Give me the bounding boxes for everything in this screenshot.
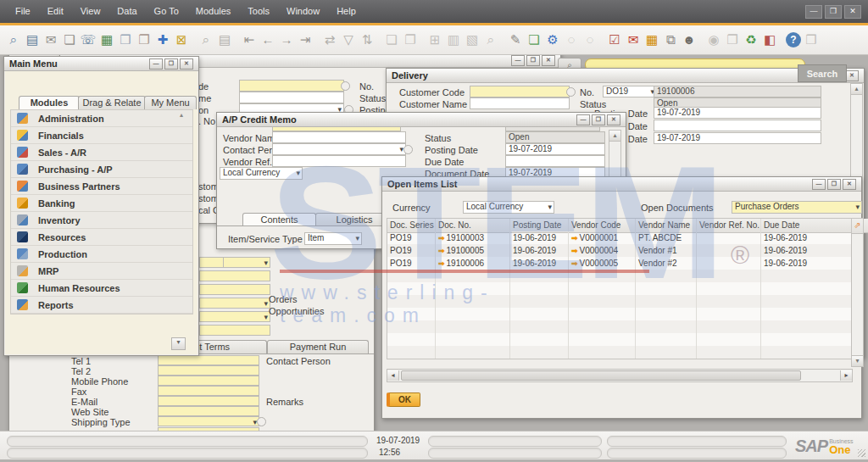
sidebar-item-human-resources[interactable]: Human Resources xyxy=(11,280,192,297)
define-new-icon[interactable] xyxy=(403,145,413,154)
scroll-left-icon[interactable]: ◂ xyxy=(387,370,399,381)
due-date-field[interactable] xyxy=(505,155,605,167)
email-icon[interactable]: ✉ xyxy=(42,31,59,48)
menu-go-to[interactable]: Go To xyxy=(146,0,187,23)
bp-field[interactable] xyxy=(199,284,270,295)
sidebar-item-sales-a-r[interactable]: Sales - A/R xyxy=(11,144,192,161)
bp-field[interactable] xyxy=(199,270,270,281)
open-documents-dropdown[interactable]: Purchase Orders xyxy=(732,201,862,214)
table-cell[interactable]: 19-06-2019 xyxy=(510,244,569,257)
close-icon[interactable]: ✕ xyxy=(180,58,193,70)
table-cell[interactable]: Vendor #1 xyxy=(636,244,697,257)
bp-dropdown[interactable] xyxy=(223,257,270,268)
sms-icon[interactable]: ❏ xyxy=(61,31,78,48)
close-icon[interactable]: ✕ xyxy=(843,179,856,190)
table-cell[interactable]: ➡V0000005 xyxy=(569,257,636,270)
customer-name-field[interactable] xyxy=(470,97,570,109)
scroll-up-icon[interactable]: ▴ xyxy=(180,111,183,119)
vendor-name-field[interactable] xyxy=(272,131,406,143)
table-cell[interactable]: ➡19100005 xyxy=(436,244,510,257)
menu-file[interactable]: File xyxy=(7,0,39,23)
app-close-icon[interactable]: ✕ xyxy=(844,5,861,19)
document-printing-icon[interactable]: ⌕ xyxy=(482,31,499,48)
bp-field-tel-1[interactable] xyxy=(158,355,259,365)
maximize-icon[interactable]: ❐ xyxy=(526,55,540,66)
link-arrow-icon[interactable]: ➡ xyxy=(438,234,445,242)
oil-vertical-scrollbar[interactable]: ▾ xyxy=(851,233,864,367)
delivery-titlebar[interactable]: Delivery — ❐ ✕ xyxy=(387,69,864,83)
export-word-icon[interactable]: ❒ xyxy=(117,31,134,48)
currency-dropdown[interactable]: Local Currency xyxy=(463,201,554,214)
gross-profit-icon[interactable]: ▧ xyxy=(464,31,481,48)
choose-from-list-icon[interactable] xyxy=(566,87,576,97)
journal-entry-icon[interactable]: ▤ xyxy=(216,31,233,48)
query-generator-icon[interactable]: ⚙ xyxy=(544,31,561,48)
maximize-icon[interactable]: ❐ xyxy=(592,114,605,125)
menu-edit[interactable]: Edit xyxy=(39,0,72,23)
tab-my-menu[interactable]: My Menu xyxy=(144,96,197,109)
first-record-icon[interactable]: ⇤ xyxy=(241,31,258,48)
table-cell[interactable]: PO19 xyxy=(387,244,436,257)
sidebar-item-production[interactable]: Production xyxy=(11,246,192,263)
copy-special-icon[interactable]: ❏ xyxy=(383,31,400,48)
table-cell[interactable]: PT. ABCDE xyxy=(636,231,697,244)
paste-special-icon[interactable]: ❐ xyxy=(402,31,419,48)
name-field[interactable] xyxy=(239,92,344,103)
user-icon[interactable]: ☻ xyxy=(681,31,698,48)
table-row[interactable]: PO19➡1910000319-06-2019➡V0000001PT. ABCD… xyxy=(387,231,852,244)
new-activity-icon[interactable]: ❏ xyxy=(526,31,542,48)
scroll-down-icon[interactable]: ▾ xyxy=(852,355,863,366)
bp-field-shipping-type[interactable] xyxy=(158,416,259,426)
close-icon[interactable]: ✕ xyxy=(607,114,620,125)
table-cell[interactable] xyxy=(697,257,761,270)
minimize-icon[interactable]: — xyxy=(576,114,590,125)
tab-drag-and-relate[interactable]: Drag & Relate xyxy=(78,96,146,109)
menu-data[interactable]: Data xyxy=(108,0,145,23)
oil-horizontal-scrollbar[interactable]: ◂ ▸ xyxy=(387,369,853,382)
item-service-type-dropdown[interactable]: Item xyxy=(304,232,362,245)
link-arrow-icon[interactable]: ➡ xyxy=(571,234,578,242)
sidebar-item-inventory[interactable]: Inventory xyxy=(11,212,192,229)
bp-field-mobile-phone[interactable] xyxy=(158,376,259,386)
table-cell[interactable]: PO19 xyxy=(387,231,436,244)
table-cell[interactable]: 19-06-2019 xyxy=(510,231,569,244)
payment-means-icon[interactable]: ▥ xyxy=(445,31,462,48)
maximize-icon[interactable]: ❐ xyxy=(164,58,178,70)
table-row[interactable]: PO19➡1910000619-06-2019➡V0000005Vendor #… xyxy=(387,257,852,270)
chat-icon[interactable]: ◌ xyxy=(581,31,598,48)
fax-icon[interactable]: ☏ xyxy=(80,31,97,48)
customer-code-field[interactable] xyxy=(470,86,570,97)
sort-table-icon[interactable]: ⇅ xyxy=(359,31,376,48)
ap-credit-memo-titlebar[interactable]: A/P Credit Memo — ❐ ✕ xyxy=(217,113,626,127)
sidebar-item-mrp[interactable]: MRP xyxy=(11,263,192,280)
currency-dropdown[interactable]: Local Currency xyxy=(220,167,303,180)
sidebar-item-purchasing-a-p[interactable]: Purchasing - A/P xyxy=(11,161,192,178)
next-record-icon[interactable]: → xyxy=(278,31,295,48)
export-pdf-icon[interactable]: ❐ xyxy=(136,31,153,48)
org-chart-icon[interactable]: ⧉ xyxy=(662,31,679,48)
link-arrow-icon[interactable]: ➡ xyxy=(438,259,445,268)
alerts-mail-icon[interactable]: ✉ xyxy=(625,31,642,48)
contact-person-dropdown[interactable] xyxy=(272,143,406,155)
tab-payment-run[interactable]: Payment Run xyxy=(267,340,369,353)
sidebar-item-banking[interactable]: Banking xyxy=(11,195,192,212)
app-minimize-icon[interactable]: — xyxy=(805,5,822,19)
scroll-up-icon[interactable]: ▴ xyxy=(851,84,862,95)
checklist-icon[interactable]: ☑ xyxy=(606,31,623,48)
sidebar-item-financials[interactable]: Financials xyxy=(11,127,192,144)
lock-screen-icon[interactable]: ⊠ xyxy=(173,31,190,48)
find-icon[interactable]: ⌕ xyxy=(198,31,214,48)
link-arrow-icon[interactable]: ➡ xyxy=(438,247,445,255)
code-field[interactable] xyxy=(239,80,344,92)
table-cell[interactable]: Vendor #2 xyxy=(636,257,697,270)
minimize-icon[interactable]: — xyxy=(149,58,163,70)
tab-modules[interactable]: Modules xyxy=(19,96,80,109)
sidebar-item-reports[interactable]: Reports xyxy=(11,297,192,314)
expand-grid-icon[interactable]: ⇗ xyxy=(851,218,864,234)
filter-table-icon[interactable]: ▽ xyxy=(340,31,357,48)
main-menu-titlebar[interactable]: Main Menu — ❐ ✕ xyxy=(4,57,198,71)
sidebar-item-business-partners[interactable]: Business Partners xyxy=(11,178,192,195)
minimize-icon[interactable]: — xyxy=(511,55,525,66)
table-cell[interactable]: ➡19100003 xyxy=(436,231,510,244)
posting-date-field[interactable]: 19-07-2019 xyxy=(505,143,605,155)
